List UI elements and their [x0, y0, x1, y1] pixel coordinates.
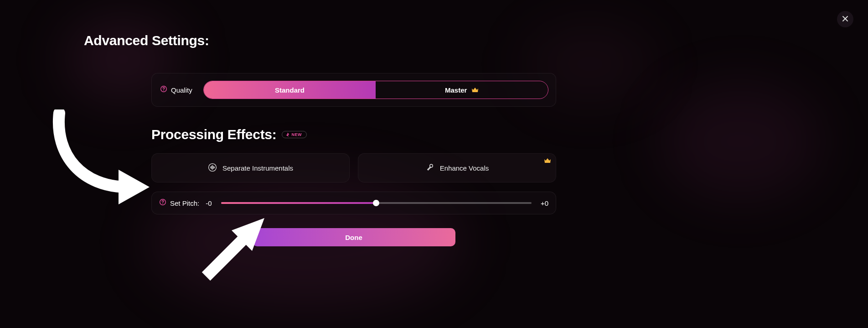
quality-option-standard[interactable]: Standard: [204, 81, 376, 99]
page-title: Advanced Settings:: [84, 33, 784, 48]
quality-option-label: Master: [445, 86, 467, 94]
quality-option-label: Standard: [275, 86, 305, 94]
pitch-max-label: +0: [541, 199, 548, 207]
microphone-icon: [425, 163, 434, 173]
crown-icon: [471, 87, 479, 93]
help-icon[interactable]: [159, 198, 166, 208]
processing-heading: Processing Effects: NEW: [151, 127, 556, 142]
quality-option-master[interactable]: Master: [376, 81, 548, 99]
svg-point-3: [163, 90, 164, 91]
new-badge: NEW: [282, 131, 307, 138]
pitch-panel: Set Pitch: -0 +0: [151, 192, 556, 214]
waveform-icon: [208, 163, 217, 173]
done-button-label: Done: [345, 234, 362, 241]
quality-label: Quality: [171, 86, 192, 94]
close-icon: [842, 15, 849, 24]
effect-label: Separate Instrumentals: [222, 164, 293, 172]
help-icon[interactable]: [160, 85, 167, 94]
pitch-slider-thumb[interactable]: [373, 200, 379, 206]
quality-segmented-control: Standard Master: [203, 81, 548, 99]
new-badge-text: NEW: [291, 132, 302, 137]
effect-separate-instrumentals[interactable]: Separate Instrumentals: [151, 153, 350, 182]
pitch-min-label: -0: [206, 199, 212, 207]
processing-heading-text: Processing Effects:: [151, 127, 276, 142]
pitch-slider-fill: [221, 202, 377, 204]
pitch-slider[interactable]: [221, 202, 532, 204]
svg-line-13: [428, 169, 428, 170]
crown-icon: [544, 157, 551, 165]
close-button[interactable]: [837, 11, 853, 27]
svg-point-15: [162, 203, 163, 204]
quality-panel: Quality Standard Master: [151, 73, 556, 107]
pitch-label: Set Pitch:: [170, 199, 199, 207]
done-button[interactable]: Done: [253, 228, 455, 246]
effect-enhance-vocals[interactable]: Enhance Vocals: [358, 153, 556, 182]
effect-label: Enhance Vocals: [440, 164, 489, 172]
